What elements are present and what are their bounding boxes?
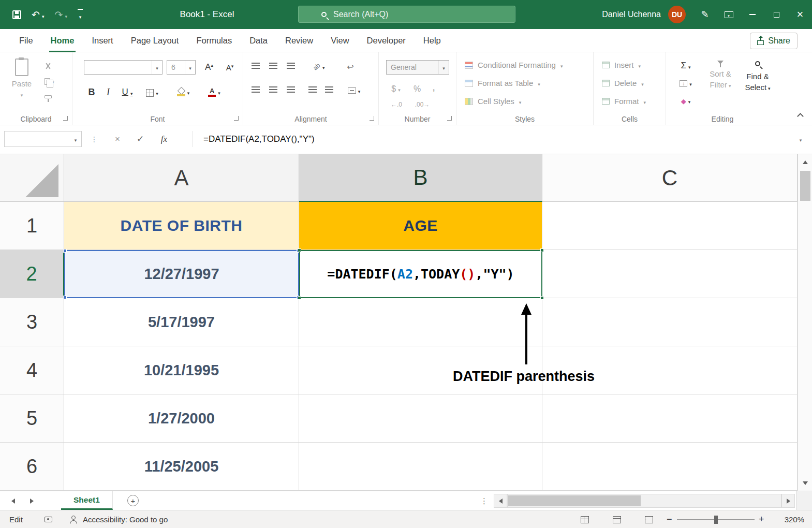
ribbon-tab-view[interactable]: View [322, 29, 358, 52]
accessibility-status[interactable]: Accessibility: Good to go [83, 510, 168, 528]
row-header-4[interactable]: 4 [0, 346, 64, 394]
draw-inking-button[interactable]: ✎ [693, 0, 717, 29]
vertical-scrollbar[interactable] [798, 154, 812, 491]
find-select-button[interactable]: Find & Select [741, 60, 775, 93]
formula-bar-resize-handle[interactable]: ⋮ [89, 131, 99, 147]
scroll-up-button[interactable] [798, 154, 812, 170]
cell-C5[interactable] [542, 394, 798, 443]
underline-button[interactable]: U [117, 84, 138, 100]
sheet-nav-right-button[interactable] [24, 491, 39, 510]
increase-decimal-button[interactable]: ←.0 [386, 99, 407, 110]
align-center-button[interactable] [269, 86, 277, 93]
row-header-5[interactable]: 5 [0, 394, 64, 443]
row-header-2[interactable]: 2 [0, 250, 64, 298]
increase-font-size-button[interactable]: A [200, 60, 218, 75]
formula-input[interactable]: =DATEDIF(A2,TODAY(),"Y") [193, 131, 791, 147]
font-color-button[interactable]: A [203, 84, 226, 100]
insert-cells-button[interactable]: Insert [602, 61, 641, 69]
format-as-table-button[interactable]: Format as Table [465, 79, 540, 87]
ribbon-tab-insert[interactable]: Insert [83, 29, 122, 52]
ribbon-tab-developer[interactable]: Developer [358, 29, 415, 52]
combo-dropdown[interactable] [185, 61, 195, 74]
share-button[interactable]: Share [750, 33, 798, 49]
selection-handle[interactable] [298, 248, 301, 252]
cell-B6[interactable] [299, 443, 542, 491]
cancel-button[interactable]: × [108, 131, 127, 147]
zoom-level[interactable]: 320% [775, 510, 804, 528]
column-header-b[interactable]: B [299, 154, 542, 202]
macro-record-button[interactable] [45, 510, 52, 528]
dialog-launcher-icon[interactable] [234, 116, 239, 121]
decrease-decimal-button[interactable]: .00→ [411, 99, 434, 110]
zoom-track[interactable] [677, 519, 755, 520]
bold-button[interactable]: B [84, 84, 99, 100]
search-box[interactable]: Search (Alt+Q) [298, 6, 515, 23]
fill-color-button[interactable] [172, 84, 195, 100]
undo-button[interactable]: ↶ [32, 9, 44, 21]
number-format-combo[interactable]: General [386, 60, 449, 75]
ribbon-tab-formulas[interactable]: Formulas [187, 29, 241, 52]
align-left-button[interactable] [252, 86, 260, 93]
cell-A4[interactable]: 10/21/1995 [64, 346, 299, 394]
scroll-right-button[interactable] [781, 494, 795, 508]
align-bottom-button[interactable] [287, 63, 295, 69]
merge-center-button[interactable] [343, 84, 365, 97]
accessibility-checker-button[interactable] [69, 510, 78, 528]
horizontal-scroll-thumb[interactable] [508, 495, 641, 506]
cell-A3[interactable]: 5/17/1997 [64, 298, 299, 346]
cell-A1[interactable]: DATE OF BIRTH [64, 202, 299, 250]
italic-button[interactable]: I [101, 84, 115, 100]
copy-button[interactable] [45, 77, 54, 85]
avatar[interactable]: DU [668, 6, 686, 23]
comma-style-button[interactable]: , [427, 80, 440, 94]
cell-B5[interactable] [299, 394, 542, 443]
zoom-slider[interactable] [677, 510, 755, 528]
collapse-ribbon-button[interactable] [797, 113, 804, 120]
cell-C1[interactable] [542, 202, 798, 250]
dialog-launcher-icon[interactable] [370, 116, 374, 121]
align-top-button[interactable] [252, 63, 260, 69]
font-name-combo[interactable] [84, 60, 163, 75]
vertical-scroll-thumb[interactable] [800, 171, 810, 201]
save-button[interactable] [12, 10, 21, 19]
insert-function-button[interactable]: fx [154, 131, 174, 147]
autosum-button[interactable]: Σ [675, 60, 696, 72]
decrease-indent-button[interactable] [308, 86, 317, 93]
scroll-left-button[interactable] [494, 494, 507, 508]
wrap-text-button[interactable]: ↩ [343, 60, 358, 74]
maximize-button[interactable] [764, 0, 788, 29]
paste-button[interactable]: Paste [7, 58, 36, 108]
cell-B1[interactable]: AGE [299, 202, 542, 250]
format-painter-button[interactable] [45, 93, 54, 101]
cell-styles-button[interactable]: Cell Styles [465, 97, 521, 106]
scroll-down-button[interactable] [798, 475, 812, 491]
align-middle-button[interactable] [269, 63, 277, 69]
name-box[interactable] [4, 131, 82, 147]
row-header-6[interactable]: 6 [0, 443, 64, 491]
ribbon-tab-file[interactable]: File [10, 29, 42, 52]
normal-view-button[interactable] [581, 510, 589, 528]
add-sheet-button[interactable]: + [127, 495, 139, 506]
dialog-launcher-icon[interactable] [447, 116, 452, 121]
reference-handle[interactable] [63, 296, 67, 299]
minimize-button[interactable] [741, 0, 764, 29]
row-header-1[interactable]: 1 [0, 202, 64, 250]
fill-button[interactable]: ↓ [675, 77, 696, 90]
name-box-dropdown[interactable] [70, 131, 81, 146]
customize-qat-button[interactable] [78, 9, 83, 20]
increase-indent-button[interactable] [325, 86, 333, 93]
delete-cells-button[interactable]: Delete [602, 79, 644, 87]
ribbon-tab-home[interactable]: Home [42, 29, 83, 52]
ribbon-tab-help[interactable]: Help [415, 29, 450, 52]
borders-button[interactable] [142, 86, 163, 99]
column-header-c[interactable]: C [542, 154, 798, 202]
cell-B3[interactable] [299, 298, 542, 346]
combo-dropdown[interactable] [152, 61, 162, 74]
selection-handle[interactable] [540, 248, 544, 252]
conditional-formatting-button[interactable]: Conditional Formatting [465, 61, 563, 69]
cell-B2-active-edit[interactable]: =DATEDIF(A2,TODAY(),"Y") [299, 250, 542, 298]
cell-C2[interactable] [542, 250, 798, 298]
cell-A5[interactable]: 1/27/2000 [64, 394, 299, 443]
cell-A6[interactable]: 11/25/2005 [64, 443, 299, 491]
enter-button[interactable]: ✓ [130, 131, 150, 147]
